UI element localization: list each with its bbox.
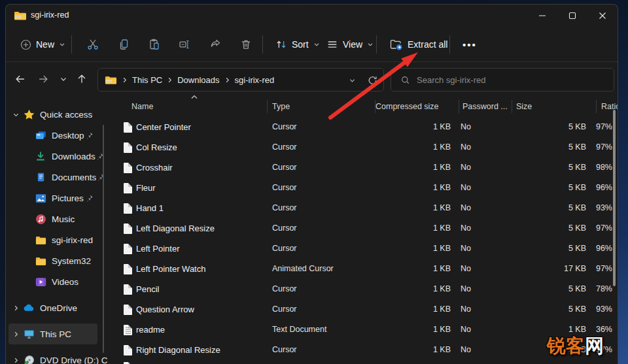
chevron-right-icon[interactable] <box>12 355 23 364</box>
share-button[interactable] <box>202 33 228 56</box>
refresh-button[interactable] <box>367 74 378 87</box>
file-compressed-size: 1 KB <box>433 137 451 157</box>
column-header-name[interactable]: Name <box>131 97 153 116</box>
sidebar-item-documents[interactable]: Documents <box>9 167 97 188</box>
file-type: Text Document <box>272 320 326 340</box>
paste-button[interactable] <box>141 33 167 56</box>
column-header-type[interactable]: Type <box>272 97 290 116</box>
file-icon <box>124 345 132 356</box>
column-header-size[interactable]: Size <box>516 97 532 116</box>
chevron-down-icon <box>59 41 65 48</box>
sidebar-item-downloads[interactable]: Downloads <box>9 146 97 167</box>
file-icon <box>124 244 132 254</box>
file-row-left-pointer-watch[interactable]: Left Pointer WatchAnimated Cursor1 KBNo1… <box>109 259 618 279</box>
copy-button[interactable] <box>111 33 137 56</box>
file-compressed-size: 1 KB <box>433 218 451 239</box>
chevron-down-icon[interactable] <box>12 109 23 120</box>
file-ratio: 93% <box>596 198 612 218</box>
file-row-col-resize[interactable]: Col ResizeCursor1 KBNo5 KB97% <box>109 137 618 157</box>
file-type: Cursor <box>272 239 297 259</box>
sort-button[interactable]: Sort <box>270 33 325 56</box>
column-divider[interactable] <box>459 100 459 113</box>
forward-button[interactable] <box>34 70 52 88</box>
close-button[interactable] <box>587 5 618 27</box>
column-divider[interactable] <box>512 100 512 113</box>
file-compressed-size: 1 KB <box>433 117 451 137</box>
sidebar-item-label: Music <box>52 214 75 224</box>
address-bar[interactable]: This PCDownloadssgi-irix-red <box>97 68 384 91</box>
sidebar-item-music[interactable]: Music <box>9 208 97 229</box>
recent-locations-button[interactable] <box>54 70 73 88</box>
sidebar-item-dvd-drive-d-c[interactable]: DVD Drive (D:) C <box>9 350 97 364</box>
sidebar-item-onedrive[interactable]: OneDrive <box>9 297 97 318</box>
column-header-compressed-size[interactable]: Compressed size <box>375 97 439 116</box>
onedrive-icon <box>23 302 35 314</box>
column-header-ratio[interactable]: Ratio <box>601 97 618 116</box>
chevron-placeholder <box>12 214 23 224</box>
minimize-button[interactable] <box>527 5 557 27</box>
maximize-button[interactable] <box>557 5 587 27</box>
delete-button[interactable] <box>233 33 259 56</box>
file-name: Right Diagonal Resize <box>136 340 220 360</box>
file-row-crosshair[interactable]: CrosshairCursor1 KBNo5 KB98% <box>109 157 618 178</box>
file-row-readme[interactable]: readmeText Document1 KBNo1 KB36% <box>109 320 618 340</box>
sidebar-item-label: sgi-irix-red <box>52 235 93 245</box>
breadcrumb-item-sgi-irix-red[interactable]: sgi-irix-red <box>235 75 275 85</box>
file-size: 5 KB <box>568 239 586 259</box>
sidebar-item-videos[interactable]: Videos <box>9 271 97 292</box>
file-icon <box>124 163 132 173</box>
sidebar-item-pictures[interactable]: Pictures <box>9 188 97 208</box>
file-row-left-diagonal-resize[interactable]: Left Diagonal ResizeCursor1 KBNo5 KB97% <box>109 218 618 239</box>
file-type: Cursor <box>272 157 297 178</box>
chevron-down-icon <box>367 41 374 48</box>
pin-icon <box>85 194 94 203</box>
file-row-pencil[interactable]: PencilCursor1 KBNo5 KB78% <box>109 279 618 299</box>
sidebar-item-this-pc[interactable]: This PC <box>9 323 97 344</box>
arrow-left-icon <box>14 73 26 85</box>
sidebar-item-desktop[interactable]: Desktop <box>9 125 97 146</box>
file-password: No <box>461 239 471 259</box>
chevron-right-icon[interactable] <box>12 329 23 339</box>
breadcrumb-item-downloads[interactable]: Downloads <box>177 75 219 85</box>
file-size: 5 KB <box>568 218 586 239</box>
file-password: No <box>461 218 471 239</box>
up-button[interactable] <box>73 70 91 88</box>
column-divider[interactable] <box>267 100 268 113</box>
file-list-scrollbar[interactable] <box>613 110 616 286</box>
sidebar-item-quick-access[interactable]: Quick access <box>9 104 97 125</box>
address-dropdown-chevron-icon[interactable] <box>349 74 356 86</box>
rename-button[interactable] <box>171 33 198 56</box>
file-row-question-arrow[interactable]: Question ArrowCursor1 KBNo5 KB93% <box>109 299 618 320</box>
search-box[interactable]: Search sgi-irix-red <box>391 68 614 91</box>
column-header-password[interactable]: Password ... <box>462 97 508 116</box>
watermark: 锐客网 <box>547 333 604 359</box>
file-type: Cursor <box>272 198 297 218</box>
extract-all-button[interactable]: Extract all <box>384 33 453 56</box>
file-size: 5 KB <box>568 157 586 178</box>
cut-button[interactable] <box>80 33 106 56</box>
trash-icon <box>239 38 253 51</box>
file-row-right-diagonal-resize[interactable]: Right Diagonal ResizeCursor1 KBNo5 KB97% <box>109 340 618 360</box>
breadcrumb-item-this-pc[interactable]: This PC <box>132 75 162 85</box>
sidebar-scrollbar[interactable] <box>103 125 104 353</box>
plus-circle-icon <box>20 39 31 50</box>
file-row-hand-1[interactable]: Hand 1Cursor1 KBNo5 KB93% <box>109 198 618 218</box>
see-more-button[interactable]: ••• <box>457 33 482 56</box>
back-button[interactable] <box>11 70 29 88</box>
file-list: Name Type Compressed size Password ... S… <box>109 95 618 364</box>
sidebar-item-system32[interactable]: System32 <box>9 250 97 271</box>
new-button[interactable]: New <box>15 33 71 56</box>
file-row-left-pointer[interactable]: Left PointerCursor1 KBNo5 KB96% <box>109 239 618 259</box>
view-button[interactable]: View <box>321 33 379 56</box>
sidebar-item-sgi-irix-red[interactable]: sgi-irix-red <box>9 229 97 250</box>
sidebar-item-label: DVD Drive (D:) C <box>40 356 108 364</box>
column-divider[interactable] <box>596 100 597 113</box>
file-name: Fleur <box>136 178 156 198</box>
file-row-center-pointer[interactable]: Center PointerCursor1 KBNo5 KB97% <box>109 117 618 137</box>
chevron-placeholder <box>12 235 23 245</box>
file-compressed-size: 1 KB <box>433 259 451 279</box>
chevron-right-icon[interactable] <box>12 303 23 313</box>
sort-button-label: Sort <box>292 39 309 50</box>
file-row-fleur[interactable]: FleurCursor1 KBNo5 KB96% <box>109 178 618 198</box>
window-controls <box>527 5 618 27</box>
